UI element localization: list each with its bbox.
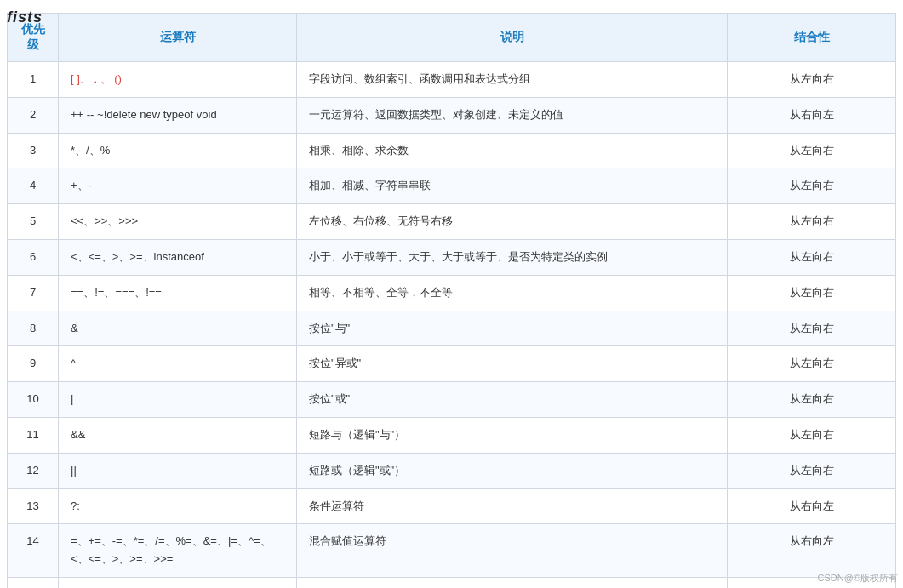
table-row: 12||短路或（逻辑"或"）从左向右 [8, 453, 896, 488]
cell-priority: 11 [8, 417, 59, 453]
cell-description: 左位移、右位移、无符号右移 [297, 204, 728, 240]
cell-operator: <<、>>、>>> [59, 204, 297, 240]
table-row: 14=、+=、-=、*=、/=、%=、&=、|=、^=、<、<=、>、>=、>>… [8, 524, 896, 578]
cell-operator: <、<=、>、>=、instanceof [59, 239, 297, 275]
cell-assoc: 从右向左 [728, 488, 896, 524]
cell-priority: 12 [8, 453, 59, 488]
cell-assoc: 从左向右 [728, 62, 896, 98]
cell-description: 多个计算 [297, 577, 728, 588]
cell-priority: 2 [8, 97, 59, 133]
table-wrapper: 优先级 运算符 说明 结合性 1[ ]、 . 、 ()字段访问、数组索引、函数调… [0, 4, 903, 588]
cell-description: 短路或（逻辑"或"） [297, 453, 728, 488]
table-header-row: 优先级 运算符 说明 结合性 [8, 14, 896, 62]
cell-operator: && [59, 417, 297, 453]
cell-operator: & [59, 311, 297, 346]
cell-description: 相等、不相等、全等，不全等 [297, 275, 728, 311]
cell-description: 一元运算符、返回数据类型、对象创建、未定义的值 [297, 97, 728, 133]
cell-operator: *、/、% [59, 133, 297, 168]
cell-description: 字段访问、数组索引、函数调用和表达式分组 [297, 62, 728, 98]
cell-description: 短路与（逻辑"与"） [297, 417, 728, 453]
cell-priority: 4 [8, 168, 59, 204]
cell-description: 按位"异或" [297, 346, 728, 382]
cell-assoc: 从左向右 [728, 382, 896, 418]
cell-description: 小于、小于或等于、大于、大于或等于、是否为特定类的实例 [297, 239, 728, 275]
table-row: 7==、!=、===、!==相等、不相等、全等，不全等从左向右 [8, 275, 896, 311]
header-description: 说明 [297, 14, 728, 62]
cell-description: 相乘、相除、求余数 [297, 133, 728, 168]
cell-assoc: 从左向右 [728, 133, 896, 168]
cell-priority: 15 [8, 577, 59, 588]
cell-description: 混合赋值运算符 [297, 524, 728, 578]
header-assoc: 结合性 [728, 14, 896, 62]
table-row: 11&&短路与（逻辑"与"）从左向右 [8, 417, 896, 453]
cell-description: 按位"与" [297, 311, 728, 346]
cell-description: 按位"或" [297, 382, 728, 418]
table-row: 2++ -- ~!delete new typeof void一元运算符、返回数… [8, 97, 896, 133]
cell-assoc: 从左向右 [728, 346, 896, 382]
cell-assoc: 从左向右 [728, 275, 896, 311]
table-row: 9^按位"异或"从左向右 [8, 346, 896, 382]
cell-priority: 3 [8, 133, 59, 168]
cell-priority: 7 [8, 275, 59, 311]
cell-assoc: 从左向右 [728, 204, 896, 240]
cell-operator: ==、!=、===、!== [59, 275, 297, 311]
table-row: 6<、<=、>、>=、instanceof小于、小于或等于、大于、大于或等于、是… [8, 239, 896, 275]
cell-operator: =、+=、-=、*=、/=、%=、&=、|=、^=、<、<=、>、>=、>>= [59, 524, 297, 578]
cell-assoc: 从左向右 [728, 311, 896, 346]
table-row: 3*、/、%相乘、相除、求余数从左向右 [8, 133, 896, 168]
cell-priority: 10 [8, 382, 59, 418]
table-row: 5<<、>>、>>>左位移、右位移、无符号右移从左向右 [8, 204, 896, 240]
cell-description: 相加、相减、字符串串联 [297, 168, 728, 204]
watermark-top: fists [7, 9, 43, 26]
cell-priority: 6 [8, 239, 59, 275]
cell-priority: 5 [8, 204, 59, 240]
cell-assoc: 从左向右 [728, 453, 896, 488]
table-row: 4+、-相加、相减、字符串串联从左向右 [8, 168, 896, 204]
cell-priority: 8 [8, 311, 59, 346]
cell-priority: 1 [8, 62, 59, 98]
table-row: 13?:条件运算符从右向左 [8, 488, 896, 524]
cell-assoc: 从左向右 [728, 417, 896, 453]
table-row: 1[ ]、 . 、 ()字段访问、数组索引、函数调用和表达式分组从左向右 [8, 62, 896, 98]
watermark-bottom: CSDN@©版权所有 [818, 572, 898, 585]
cell-assoc: 从左向右 [728, 168, 896, 204]
cell-assoc: 从右向左 [728, 524, 896, 578]
table-row: 15,多个计算按优先级计算，然后从右向左 [8, 577, 896, 588]
cell-priority: 9 [8, 346, 59, 382]
cell-operator: ^ [59, 346, 297, 382]
table-row: 10|按位"或"从左向右 [8, 382, 896, 418]
cell-description: 条件运算符 [297, 488, 728, 524]
cell-assoc: 从右向左 [728, 97, 896, 133]
table-row: 8&按位"与"从左向右 [8, 311, 896, 346]
cell-operator: ?: [59, 488, 297, 524]
cell-operator: , [59, 577, 297, 588]
header-operator: 运算符 [59, 14, 297, 62]
cell-operator: | [59, 382, 297, 418]
cell-operator: [ ]、 . 、 () [59, 62, 297, 98]
cell-operator: || [59, 453, 297, 488]
cell-assoc: 从左向右 [728, 239, 896, 275]
cell-priority: 13 [8, 488, 59, 524]
operator-precedence-table: 优先级 运算符 说明 结合性 1[ ]、 . 、 ()字段访问、数组索引、函数调… [7, 13, 896, 588]
cell-operator: ++ -- ~!delete new typeof void [59, 97, 297, 133]
cell-priority: 14 [8, 524, 59, 578]
cell-operator: +、- [59, 168, 297, 204]
